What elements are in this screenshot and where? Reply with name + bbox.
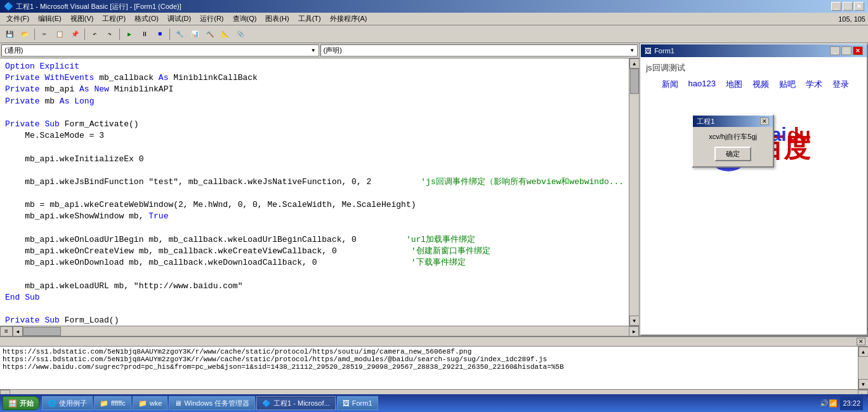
dialog-title-text: 工程1 (697, 117, 714, 126)
menu-project[interactable]: 工程(P) (98, 13, 129, 24)
toolbar-sep1 (34, 29, 35, 40)
taskbar: 🪟 开始 🌐 使用例子 📁 ffffffc 📁 wke 🖥 Windows 任务… (0, 394, 868, 412)
toolbar-stop[interactable]: ■ (153, 27, 167, 41)
menu-format[interactable]: 格式(O) (131, 13, 162, 24)
taskmgr-icon: 🖥 (174, 399, 181, 407)
toolbar-undo[interactable]: ↶ (88, 27, 102, 41)
proc-combo[interactable]: (声明) ▼ (320, 44, 638, 56)
wke-icon: 📁 (138, 399, 147, 408)
code-hscroll-row: ≡ ◄ ► (0, 326, 639, 336)
toolbar-play[interactable]: ▶ (122, 27, 136, 41)
code-vscrollbar[interactable]: ▲ ▼ (629, 58, 639, 326)
toolbar-b3[interactable]: 🔨 (203, 27, 217, 41)
taskbar-folder1-label: ffffffc (111, 399, 126, 407)
code-line-18: mb_api.wkeOnDownload mb, mb_callback.wke… (5, 257, 624, 269)
taskbar-right: 🔊📶 23:22 (817, 396, 865, 410)
code-line-10 (5, 165, 624, 176)
code-line-5 (5, 107, 624, 119)
code-line-2: Private WithEvents mb_callback As Minibl… (5, 72, 624, 84)
code-line-8 (5, 142, 624, 153)
code-line-20: mb_api.wkeLoadURL mb, "http://www.baidu.… (5, 281, 624, 292)
nav-map[interactable]: 地图 (726, 79, 742, 90)
menu-run[interactable]: 运行(R) (196, 13, 227, 24)
start-button[interactable]: 🪟 开始 (3, 396, 39, 410)
toolbar-save[interactable]: 💾 (3, 27, 16, 41)
clock-time: 23:22 (843, 399, 860, 407)
nav-video[interactable]: 视频 (753, 79, 769, 90)
close-button[interactable]: ✕ (854, 2, 864, 11)
taskbar-wke[interactable]: 📁 wke (133, 396, 168, 410)
dialog-body: xcv/hj自行车5gj 确定 (693, 127, 773, 166)
form1-controls: _ □ ✕ (830, 46, 863, 55)
nav-login[interactable]: 登录 (832, 79, 849, 90)
nav-xueshu[interactable]: 学术 (806, 79, 822, 90)
maximize-button[interactable]: □ (843, 2, 853, 11)
menu-view[interactable]: 视图(V) (67, 13, 98, 24)
log-line-3: https://www.baidu.com/sugrec?prod=pc_his… (3, 363, 855, 371)
cursor-coords: 105, 105 (838, 15, 865, 23)
code-content[interactable]: Option Explicit Private WithEvents mb_ca… (0, 58, 629, 326)
dialog-ok-button[interactable]: 确定 (714, 147, 751, 161)
taskbar-form1[interactable]: 🖼 Form1 (337, 396, 378, 410)
taskbar-vb[interactable]: 🔷 工程1 - Microsof... (256, 396, 336, 410)
folder1-icon: 📁 (100, 399, 109, 408)
form1-close[interactable]: ✕ (853, 46, 863, 55)
code-line-1: Option Explicit (5, 61, 624, 72)
code-line-12 (5, 188, 624, 199)
taskbar-folder1[interactable]: 📁 ffffffc (94, 396, 131, 410)
scroll-down-arrow[interactable]: ▼ (629, 316, 640, 326)
hscroll-thumb[interactable] (23, 327, 61, 336)
log-scroll-down[interactable]: ▼ (858, 379, 869, 389)
toolbar-b5[interactable]: 📎 (233, 27, 247, 41)
main-area: (通用) ▼ (声明) ▼ Option Explicit Private Wi… (0, 43, 868, 412)
toolbar-cut[interactable]: ✂ (37, 27, 51, 41)
toolbar-b4[interactable]: 📐 (218, 27, 232, 41)
code-line-3: Private mb_api As New MiniblinkAPI (5, 84, 624, 95)
log-scroll-up[interactable]: ▲ (858, 347, 869, 357)
dialog-close-button[interactable]: ✕ (760, 117, 769, 125)
code-combos: (通用) ▼ (声明) ▼ (0, 43, 639, 58)
toolbar-open[interactable]: 📂 (18, 27, 32, 41)
menu-debug[interactable]: 调试(D) (164, 13, 195, 24)
code-line-13: mb = mb_api.wkeCreateWebWindow(2, Me.hWn… (5, 199, 624, 211)
menu-query[interactable]: 查询(Q) (229, 13, 261, 24)
nav-tieba[interactable]: 贴吧 (779, 79, 796, 90)
vb-ide-window: 🔷 工程1 - Microsoft Visual Basic [运行] - [F… (0, 0, 868, 412)
hscroll-track (23, 326, 629, 336)
toolbar-sep3 (119, 29, 120, 40)
scroll-up-arrow[interactable]: ▲ (629, 58, 640, 69)
toolbar-copy[interactable]: 📋 (53, 27, 67, 41)
log-close-icon[interactable]: ✕ (857, 338, 865, 345)
menu-addins[interactable]: 外接程序(A) (326, 13, 371, 24)
object-combo[interactable]: (通用) ▼ (1, 44, 319, 56)
minimize-button[interactable]: _ (831, 2, 841, 11)
code-line-23: Private Sub Form_Load() (5, 315, 624, 326)
nav-hao123[interactable]: hao123 (688, 79, 716, 90)
hscroll-left[interactable]: ◄ (13, 326, 23, 336)
taskbar-taskmgr[interactable]: 🖥 Windows 任务管理器 (169, 396, 255, 410)
baidu-nav: 新闻 hao123 地图 视频 贴吧 学术 登录 (646, 79, 862, 90)
browser-content: js回调测试 新闻 hao123 地图 视频 贴吧 学术 登录 (641, 57, 867, 335)
form1-minimize[interactable]: _ (830, 46, 840, 55)
taskbar-ie[interactable]: 🌐 使用例子 (42, 396, 93, 410)
hscroll-right[interactable]: ► (629, 326, 639, 336)
menu-edit[interactable]: 编辑(E) (34, 13, 65, 24)
scroll-thumb[interactable] (630, 69, 639, 94)
combo1-arrow: ▼ (311, 48, 316, 53)
form1-maximize[interactable]: □ (841, 46, 852, 55)
nav-news[interactable]: 新闻 (662, 79, 678, 90)
start-icon: 🪟 (8, 399, 17, 408)
toolbar-paste[interactable]: 📌 (68, 27, 82, 41)
toolbar-redo[interactable]: ↷ (103, 27, 117, 41)
menu-file[interactable]: 文件(F) (3, 13, 33, 24)
log-vscrollbar[interactable]: ▲ ▼ (858, 347, 868, 389)
form1-title-left: 🖼 Form1 (645, 47, 674, 55)
toolbar-b1[interactable]: 🔧 (173, 27, 187, 41)
form1-window: 🖼 Form1 _ □ ✕ js回调测试 新闻 hao123 (640, 43, 868, 336)
toolbar-sep2 (84, 29, 85, 40)
taskbar-wke-label: wke (150, 399, 162, 407)
toolbar-pause[interactable]: ⏸ (138, 27, 152, 41)
menu-diagram[interactable]: 图表(H) (261, 13, 293, 24)
menu-tools[interactable]: 工具(T) (294, 13, 325, 24)
toolbar-b2[interactable]: 📊 (188, 27, 202, 41)
